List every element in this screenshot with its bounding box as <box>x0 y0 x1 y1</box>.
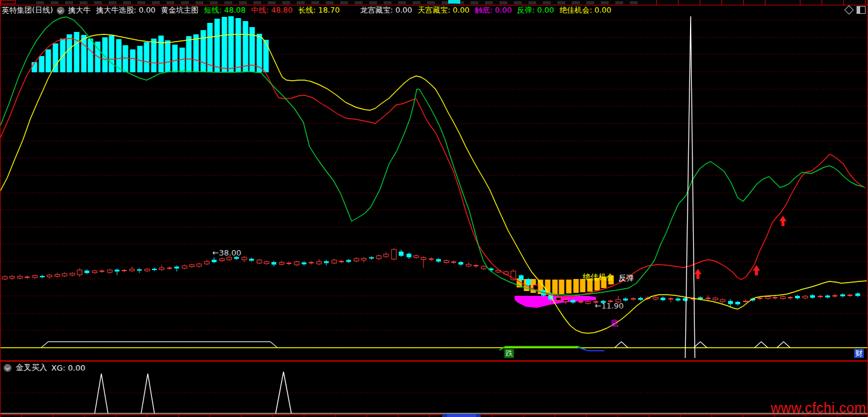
candle-body-down-112 <box>840 295 845 296</box>
chart-label-3: ←11.90 <box>595 301 624 310</box>
menu-strip-left-box[interactable] <box>1 0 16 4</box>
candle-body-up-17 <box>130 269 135 271</box>
candle-body-up-24 <box>182 266 187 268</box>
candle-body-up-62 <box>466 265 471 266</box>
cyan-volume-bar-23 <box>194 34 199 72</box>
band-triangle-0 <box>615 342 628 348</box>
info-field-4: 中线: 48.80 <box>251 5 293 16</box>
candle-body-up-27 <box>204 262 209 264</box>
band-triangle-1 <box>694 342 707 348</box>
menu-strip-separator-3 <box>721 0 722 5</box>
cyan-volume-bar-22 <box>186 36 192 72</box>
menu-strip-separator-5 <box>765 0 765 5</box>
candle-body-up-35 <box>264 262 269 264</box>
stock-title: 英特集团(日线) <box>2 5 53 16</box>
candle-body-up-34 <box>257 260 262 263</box>
candle-body-up-12 <box>92 271 97 273</box>
info-field-1: 擒大牛选股: 0.00 <box>96 5 156 16</box>
candle-body-up-101 <box>758 298 762 299</box>
candle-body-down-5 <box>40 276 45 277</box>
cyan-volume-bar-6 <box>74 32 80 72</box>
orange-signal-bar-7 <box>566 280 572 293</box>
candle-body-down-11 <box>84 271 89 273</box>
candle-body-up-52 <box>391 249 396 259</box>
candle-body-up-41 <box>309 262 314 263</box>
candle-body-up-102 <box>765 297 770 299</box>
candle-body-up-29 <box>220 259 224 261</box>
candle-body-down-46 <box>346 260 351 262</box>
candle-body-up-8 <box>62 274 67 276</box>
candle-body-up-84 <box>631 298 636 299</box>
band-triangle-2 <box>755 342 768 348</box>
band-white-plateau <box>41 342 277 348</box>
pane-separator[interactable] <box>0 360 868 362</box>
candle-body-up-78 <box>586 302 591 304</box>
cyan-volume-bar-28 <box>229 16 234 72</box>
indicator-fields: 擒大牛擒大牛选股: 0.00黄金坑主图短线: 48.08中线: 48.80长线:… <box>65 5 612 16</box>
candle-body-up-96 <box>720 300 725 302</box>
candle-body-down-85 <box>638 298 643 300</box>
white-spike-signal <box>685 16 695 358</box>
cyan-volume-bar-19 <box>165 40 171 72</box>
candle-body-up-44 <box>332 260 337 263</box>
diamond-icon[interactable] <box>844 5 854 15</box>
candle-body-down-18 <box>137 269 142 271</box>
layout-icon[interactable] <box>857 6 866 14</box>
candle-body-up-32 <box>242 257 247 260</box>
buy-arrow-icon-0 <box>694 269 702 279</box>
candle-body-up-4 <box>33 276 37 278</box>
candle-body-up-26 <box>197 264 201 266</box>
candle-body-up-77 <box>578 301 583 303</box>
chevron-down-circle-icon[interactable] <box>57 7 65 14</box>
cyan-volume-bar-8 <box>88 39 93 72</box>
candle-body-up-104 <box>781 297 785 299</box>
candle-body-up-21 <box>159 268 164 270</box>
candle-body-up-111 <box>832 295 837 296</box>
candle-body-up-37 <box>279 263 284 265</box>
candle-body-up-19 <box>145 269 150 271</box>
candle-body-up-39 <box>294 262 299 265</box>
orange-signal-bar-8 <box>574 279 579 293</box>
candle-body-up-50 <box>376 256 381 259</box>
cyan-volume-bar-26 <box>215 19 220 72</box>
magenta-bottom-blob <box>515 296 596 308</box>
cyan-volume-bar-20 <box>173 45 178 72</box>
chart-badge-1: 财 <box>854 349 864 358</box>
info-field-10: 绝佳机会: 0.00 <box>559 5 611 16</box>
candle-body-up-87 <box>653 298 658 299</box>
candle-body-up-9 <box>70 274 75 275</box>
chart-label-2: 反弹 <box>618 274 634 283</box>
cyan-volume-bar-12 <box>116 39 122 72</box>
sub-indicator-name: 金叉买入 <box>16 362 47 373</box>
candle-body-up-55 <box>414 256 419 258</box>
candle-body-down-114 <box>855 293 860 296</box>
main-chart[interactable]: ←38.00绝佳机会反弹←11.90底 <box>0 0 868 417</box>
candle-body-up-95 <box>713 298 718 300</box>
candle-body-up-13 <box>100 271 104 272</box>
candle-body-up-16 <box>122 270 127 271</box>
cyan-volume-bar-24 <box>201 30 206 72</box>
taskbar-fragment[interactable] <box>442 414 481 417</box>
info-field-8: 触底: 0.00 <box>475 5 512 16</box>
candle-body-down-28 <box>212 260 217 262</box>
candle-body-up-75 <box>563 300 568 302</box>
info-field-3: 短线: 48.08 <box>204 5 246 16</box>
app-window: 英特集团(日线) 擒大牛擒大牛选股: 0.00黄金坑主图短线: 48.08中线:… <box>0 0 868 417</box>
candle-body-up-10 <box>77 270 82 275</box>
ma-line-red <box>0 39 866 296</box>
cyan-volume-bar-30 <box>243 21 249 72</box>
candle-body-down-88 <box>661 298 665 300</box>
chevron-down-circle-icon[interactable] <box>4 364 11 372</box>
candle-body-down-58 <box>436 259 441 262</box>
candle-body-down-70 <box>526 279 531 285</box>
candle-body-down-61 <box>458 262 463 265</box>
candle-body-down-23 <box>174 267 179 269</box>
candle-body-down-97 <box>728 301 733 304</box>
candle-body-up-51 <box>384 254 388 257</box>
candle-body-up-94 <box>706 298 711 299</box>
chart-label-0: ←38.00 <box>212 248 241 257</box>
candle-body-up-14 <box>107 270 112 272</box>
menu-strip-text-hint <box>36 1 639 4</box>
orange-signal-bar-6 <box>559 280 565 294</box>
candle-body-down-69 <box>519 275 524 280</box>
